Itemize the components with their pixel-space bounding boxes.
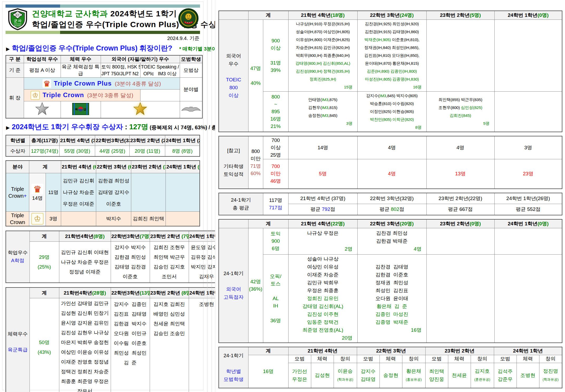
text-line: 21학번 4학년 (6명) xyxy=(62,161,95,173)
text-line: 윤이태(IH,870) 황은채(IH,815) xyxy=(358,59,426,67)
names-cell: 김민규 김신휘 이태현나규상 차승준 우정은정정념 이재준 xyxy=(59,242,111,283)
text-line: A학점 xyxy=(7,257,29,265)
value-cell: 13명 xyxy=(426,159,494,189)
band-cell: 오픽/토스 ALIH 36명 xyxy=(263,254,288,343)
col-header: 계 xyxy=(248,11,288,20)
text-line: 700 xyxy=(264,163,288,170)
bullet-icon: ▶ xyxy=(6,46,10,52)
names-cell: 안태영(IM3,875)김현우(IM3,815)송정헌(IM3,845)3명 xyxy=(288,92,357,132)
total-cell: 117명717점 xyxy=(263,193,288,215)
spk-header-row: 계 21학번 4학년(22명) 22학번 3학년(20명) 23학번 2학년(0… xyxy=(219,219,562,228)
text-line: 20명 xyxy=(289,334,357,342)
fitness-badge-cell: 특 급 xyxy=(61,101,101,118)
text-line: 22학번 3학년(20명) xyxy=(358,220,426,228)
text-line: 정재권(IH,840) 최성민(IH,865), xyxy=(358,44,426,52)
text-line: 이준호 xyxy=(111,272,149,281)
text-line: 15명 xyxy=(289,83,357,91)
text-line: 미만 xyxy=(249,155,262,162)
text-line: 총 평균 xyxy=(220,204,262,212)
text-line: 미만 xyxy=(264,170,288,177)
tc-row: ♔Triple Crown(3분야 3종류 달성) xyxy=(6,90,202,101)
value-cell: 평균 552점 xyxy=(494,204,562,215)
semester-average-table: 24-1학기총 평균 117명717점 21학번 4학년 (37명) 22학번 … xyxy=(218,193,562,215)
text-line: 김승민 김지호 xyxy=(150,262,188,272)
text-line: 24-1학기 xyxy=(220,352,248,360)
text-line xyxy=(220,155,248,162)
text-line: 나규상 우정은 xyxy=(289,229,357,237)
text-line: 체력우수 xyxy=(7,330,29,338)
col-header: 22학번 3학년(24명) xyxy=(357,11,426,20)
row-label: 학업우수A학점 xyxy=(6,231,30,283)
col-header: 23학번 2학년 (8명) xyxy=(150,287,189,298)
tcp-label: Triple Crown Plus xyxy=(54,80,112,87)
text-line: TOEIC xyxy=(220,76,248,84)
title-university: 건양대학교 군사학과 xyxy=(32,9,108,18)
text-line: Crown xyxy=(7,219,28,226)
text-line: 4명 xyxy=(358,245,426,253)
text-line: 황은채 xyxy=(403,367,425,375)
text-line: 김한겸 최민성 xyxy=(97,175,130,187)
text-line: 24-1학기 xyxy=(220,196,262,204)
row-label: 외국어우수 TOEIC800이상 xyxy=(219,20,248,132)
text-line: 오다원 이민규 xyxy=(111,329,149,338)
text-line: 천세윤 최인택 xyxy=(150,319,188,329)
text-line xyxy=(220,277,248,285)
col-header: 22학번3학년(32명) xyxy=(95,135,130,146)
text-line xyxy=(264,52,288,59)
blank-header xyxy=(219,219,248,228)
sub-header: 창의 xyxy=(402,355,425,363)
text-line: 여상민 이윤승 이유성 xyxy=(60,347,110,357)
col-header: 모범학생 xyxy=(180,55,202,63)
text-line: 오픽/ xyxy=(264,273,288,280)
col-header: 22학번 3학년 (6명) xyxy=(96,161,131,173)
col-header: 23학번 2학년 xyxy=(425,347,494,355)
text-line: 895 xyxy=(264,108,288,115)
names-cell: 가인선우정은 xyxy=(288,363,311,388)
criteria-cell: TOEIC Speaking /OPIc IM3 이상 xyxy=(140,63,180,78)
names-cell xyxy=(494,228,562,254)
text-line: 박찬민(805) 이학균(820) xyxy=(358,116,426,123)
sub-header: 체력 xyxy=(311,355,334,363)
text-line: 8명 (8명) xyxy=(166,146,199,156)
text-line: 학업우수 xyxy=(7,249,29,257)
col-header: 체력 우수 xyxy=(61,55,101,63)
col-header: 23학번 2학년 (2명) xyxy=(131,161,166,173)
text-line: 성솔아 나규상 xyxy=(289,255,357,263)
text-line: 김승민 조송민 xyxy=(150,329,188,338)
names-cell: 조병현 xyxy=(517,363,539,388)
text-line: 송정현 xyxy=(380,371,402,379)
page-title: 건양대학교 군사학과 2024학년도 1학기 학업/졸업인증 우수(Triple… xyxy=(32,8,174,30)
col-header: 24학번 1학년 xyxy=(494,347,562,355)
text-line: 24-1학기 xyxy=(220,270,248,277)
text-line: 임동준 정택건 xyxy=(289,318,357,326)
text-line: 22학번3학년(13명) xyxy=(111,288,149,298)
col-header: 21학번4학년(8명) xyxy=(59,231,111,242)
text-line: IH xyxy=(264,302,288,310)
svg-text:MILITARY: MILITARY xyxy=(14,25,21,27)
text-line: 최종훈 최준영 우정은 xyxy=(60,376,110,386)
text-line: 이재준 전영호 정정념 xyxy=(60,357,110,367)
text-line: 25명 xyxy=(264,151,288,159)
text-line: 717점 xyxy=(264,204,288,211)
criteria-standard-row: 기 준 평점 A 이상 육군 체력검정 특급 토익 800점, HSK 5급,J… xyxy=(6,63,202,78)
sub-header: 창의 xyxy=(471,355,494,363)
criteria-cell: 모범상 xyxy=(180,63,202,78)
banner-bottom-bar xyxy=(6,31,200,34)
names-cell: 나규상 우정은 2명 xyxy=(288,228,357,254)
text-line: 육군특급 xyxy=(7,346,29,354)
blank-header xyxy=(219,11,248,20)
names-cell: 강지수 박지수김한겸 최민성김태영 김찬경이준호 xyxy=(111,242,150,283)
names-cell: 강지수(IM3,845) 박지수(805)박승훈(810) 이수림(820)이정… xyxy=(357,92,426,132)
text-line: 조현우(800) 심민성(825) xyxy=(427,104,494,112)
col-header: 21학번 4학년 (37명) xyxy=(288,193,357,204)
text-line: 71명 xyxy=(249,162,262,170)
names-cell: 김찬경 최민성김한겸 박재준4명 xyxy=(357,228,426,254)
names-cell xyxy=(426,228,494,254)
text-line: 23학번 2학년 (2명) xyxy=(132,161,165,173)
text-line: 24학번 1학년 (26명) xyxy=(166,136,199,145)
ref-over700-row: [참고] 기타학생토익성적 800미만71명60% 700이상25명 14명 4… xyxy=(219,136,562,159)
names-cell: 김희진 조현우최인택 박근우김승민 김지호조민서 xyxy=(150,242,189,283)
sub-header: 체력 xyxy=(517,355,539,363)
text-line: 김진성(890,IH) 정택건(835,IH) xyxy=(289,67,357,75)
text-line: OPIc IM3 이상 xyxy=(141,70,179,77)
